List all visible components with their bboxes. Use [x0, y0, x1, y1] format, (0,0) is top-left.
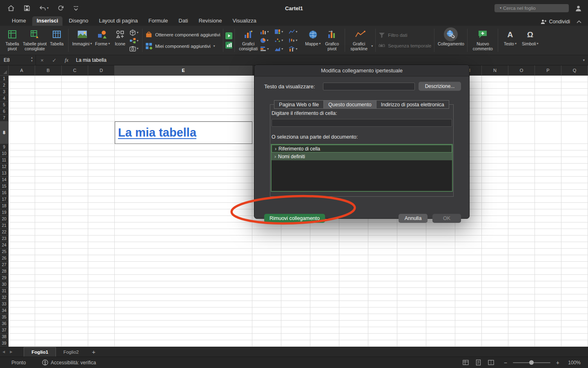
cell-O2[interactable] — [508, 82, 535, 89]
cell-Q35[interactable] — [561, 314, 588, 321]
cell-P17[interactable] — [535, 196, 561, 203]
cell-D20[interactable] — [88, 216, 115, 222]
cell-Q19[interactable] — [561, 209, 588, 216]
cell-K35[interactable] — [397, 314, 426, 321]
cell-J39[interactable] — [368, 340, 397, 347]
cell-L21[interactable] — [426, 222, 455, 229]
cell-J30[interactable] — [368, 281, 397, 288]
cell-E20[interactable] — [115, 216, 252, 222]
cell-B36[interactable] — [35, 321, 62, 327]
select-all-corner[interactable] — [0, 65, 9, 76]
cell-B16[interactable] — [35, 190, 62, 196]
cell-C16[interactable] — [62, 190, 88, 196]
cell-O34[interactable] — [508, 307, 535, 314]
cell-N14[interactable] — [482, 177, 508, 183]
cell-C14[interactable] — [62, 177, 88, 183]
cell-I33[interactable] — [339, 301, 368, 307]
cell-A28[interactable] — [9, 268, 35, 275]
cell-B14[interactable] — [35, 177, 62, 183]
cell-C8[interactable] — [62, 121, 88, 144]
pictures-dropdown-icon[interactable]: ▾ — [90, 42, 92, 45]
cell-B23[interactable] — [35, 236, 62, 242]
cell-N22[interactable] — [482, 229, 508, 236]
cell-O1[interactable] — [508, 76, 535, 82]
tab-questo-documento[interactable]: Questo documento — [323, 100, 376, 109]
cell-P22[interactable] — [535, 229, 561, 236]
tree-item-riferimento-di-cella[interactable]: › Riferimento di cella — [272, 145, 452, 153]
cell-B10[interactable] — [35, 150, 62, 157]
cell-P16[interactable] — [535, 190, 561, 196]
row-header-7[interactable]: 7 — [0, 115, 9, 121]
cell-J36[interactable] — [368, 321, 397, 327]
cell-C2[interactable] — [62, 82, 88, 89]
cell-Q15[interactable] — [561, 183, 588, 190]
cell-Q23[interactable] — [561, 236, 588, 242]
cell-B7[interactable] — [35, 115, 62, 121]
cell-C29[interactable] — [62, 275, 88, 281]
cell-E12[interactable] — [115, 164, 252, 170]
cell-P4[interactable] — [535, 95, 561, 102]
cell-J34[interactable] — [368, 307, 397, 314]
cell-D23[interactable] — [88, 236, 115, 242]
cell-C20[interactable] — [62, 216, 88, 222]
cell-E19[interactable] — [115, 209, 252, 216]
cell-B13[interactable] — [35, 170, 62, 177]
row-header-6[interactable]: 6 — [0, 108, 9, 115]
cell-P28[interactable] — [535, 268, 561, 275]
cell-Q32[interactable] — [561, 294, 588, 301]
cell-C3[interactable] — [62, 89, 88, 95]
my-addins-dropdown-icon[interactable]: ▾ — [214, 45, 215, 48]
cell-K33[interactable] — [397, 301, 426, 307]
cell-C34[interactable] — [62, 307, 88, 314]
column-header-C[interactable]: C — [62, 65, 88, 76]
chart-combo-button[interactable]: ▾ — [289, 45, 303, 53]
cell-D38[interactable] — [88, 334, 115, 340]
cell-P6[interactable] — [535, 108, 561, 115]
cell-E2[interactable] — [115, 82, 252, 89]
cell-P19[interactable] — [535, 209, 561, 216]
cell-F25[interactable] — [252, 249, 281, 255]
cell-Q31[interactable] — [561, 288, 588, 294]
cell-F39[interactable] — [252, 340, 281, 347]
search-box[interactable]: ▾ — [494, 4, 569, 12]
row-header-30[interactable]: 30 — [0, 281, 9, 288]
cell-K22[interactable] — [397, 229, 426, 236]
row-header-17[interactable]: 17 — [0, 196, 9, 203]
cell-A12[interactable] — [9, 164, 35, 170]
cell-B33[interactable] — [35, 301, 62, 307]
cell-H36[interactable] — [310, 321, 339, 327]
cell-B3[interactable] — [35, 89, 62, 95]
cell-C4[interactable] — [62, 95, 88, 102]
cell-M29[interactable] — [455, 275, 482, 281]
cell-G36[interactable] — [281, 321, 310, 327]
cell-E6[interactable] — [115, 108, 252, 115]
cell-O10[interactable] — [508, 150, 535, 157]
chart-column-dropdown-icon[interactable]: ▾ — [267, 30, 269, 34]
cell-G34[interactable] — [281, 307, 310, 314]
cell-Q9[interactable] — [561, 144, 588, 150]
cell-A29[interactable] — [9, 275, 35, 281]
cell-D26[interactable] — [88, 255, 115, 262]
cell-J23[interactable] — [368, 236, 397, 242]
cell-Q27[interactable] — [561, 262, 588, 268]
cell-O12[interactable] — [508, 164, 535, 170]
cell-E31[interactable] — [115, 288, 252, 294]
cell-E9[interactable] — [115, 144, 252, 150]
cell-O24[interactable] — [508, 242, 535, 249]
cell-C6[interactable] — [62, 108, 88, 115]
cell-P29[interactable] — [535, 275, 561, 281]
cell-O23[interactable] — [508, 236, 535, 242]
cell-B22[interactable] — [35, 229, 62, 236]
cell-G33[interactable] — [281, 301, 310, 307]
view-page-layout-icon[interactable] — [475, 359, 481, 366]
cell-N24[interactable] — [482, 242, 508, 249]
cell-J28[interactable] — [368, 268, 397, 275]
cell-N10[interactable] — [482, 150, 508, 157]
row-header-11[interactable]: 11 — [0, 157, 9, 164]
ok-button[interactable]: OK — [432, 214, 461, 223]
cell-D18[interactable] — [88, 203, 115, 209]
cell-P20[interactable] — [535, 216, 561, 222]
row-header-3[interactable]: 3 — [0, 89, 9, 95]
account-icon[interactable] — [575, 4, 582, 12]
cell-H34[interactable] — [310, 307, 339, 314]
